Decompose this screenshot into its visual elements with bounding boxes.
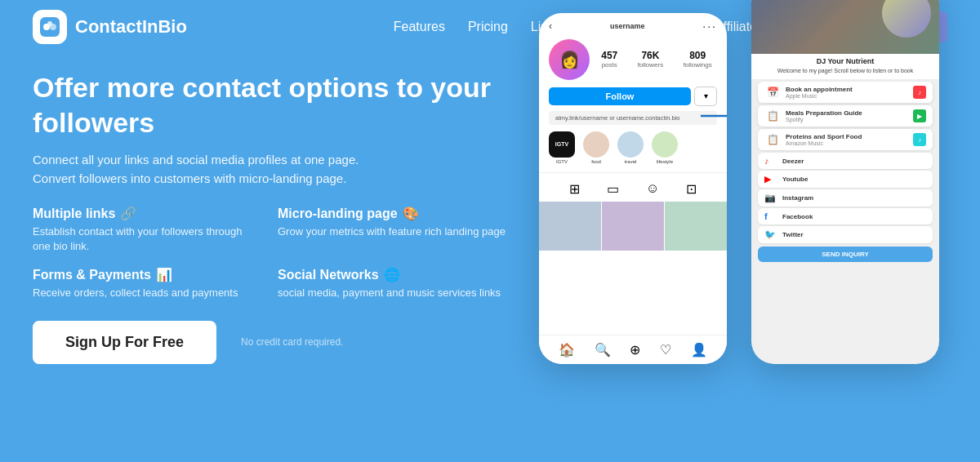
ig-profile-icon[interactable]: 👤 (691, 342, 707, 358)
hero-subtitle: Connect all your links and social media … (33, 151, 506, 188)
cib-phone-mockup: DJ Your Nutrient Welcome to my page! Scr… (751, 0, 939, 364)
ig-heart-icon[interactable]: ♡ (660, 342, 671, 358)
ig-dropdown-icon[interactable]: ▾ (694, 87, 717, 106)
instagram-icon: 📷 (764, 193, 777, 203)
person-view-icon[interactable]: ⊡ (686, 181, 697, 197)
tag-view-icon[interactable]: ☺ (646, 181, 659, 197)
feature-desc-social-networks: social media, payment and music services… (278, 286, 506, 300)
cib-instagram[interactable]: 📷 Instagram (758, 189, 933, 207)
ig-home-icon[interactable]: 🏠 (559, 342, 575, 358)
ig-profile-stats: 👩 457 posts 76K followers 809 followings (539, 36, 727, 83)
subtitle-line1: Connect all your links and social media … (33, 153, 359, 167)
food-circle (583, 131, 609, 158)
ig-bottom-nav: 🏠 🔍 ⊕ ♡ 👤 (539, 335, 727, 364)
feature-title-multiple-links: Multiple links 🔗 (33, 206, 261, 221)
ig-follow-button[interactable]: Follow (549, 87, 691, 105)
ig-lifestyle-highlight: lifestyle (652, 131, 678, 164)
facebook-name: Facebook (782, 213, 813, 220)
cib-page-title: DJ Your Nutrient (760, 57, 931, 65)
lifestyle-circle (652, 131, 678, 158)
ig-posts-label: posts (601, 61, 617, 69)
feature-title-social-networks: Social Networks 🌐 (278, 267, 506, 282)
ig-followings-stat: 809 followings (684, 50, 712, 69)
cib-facebook[interactable]: f Facebook (758, 208, 933, 224)
appointment-sub: Apple Music (786, 93, 908, 99)
ig-search-icon[interactable]: 🔍 (595, 342, 611, 358)
cib-link-text-1: Book an appointment Apple Music (786, 86, 908, 99)
cib-welcome-text: Welcome to my page! Scroll below to list… (760, 65, 931, 78)
feature-label-forms-payments: Forms & Payments (33, 268, 151, 282)
travel-label: travel (625, 159, 637, 164)
deezer-icon: ♪ (764, 156, 777, 166)
cib-link-meals[interactable]: 📋 Meals Preparation Guide Spotify ▶ (758, 105, 933, 127)
cta-area: Sign Up For Free No credit card required… (33, 321, 506, 364)
deezer-name: Deezer (782, 158, 804, 165)
ig-photo-grid (539, 202, 727, 251)
meals-main: Meals Preparation Guide (786, 109, 908, 117)
grid-view-icon[interactable]: ⊞ (569, 181, 580, 197)
ig-travel-highlight: travel (617, 131, 644, 164)
phone-mockups: ‹ username ··· 👩 457 posts 76K followers (523, 62, 947, 364)
feature-social-networks: Social Networks 🌐 social media, payment … (278, 267, 506, 300)
features-grid: Multiple links 🔗 Establish contact with … (33, 206, 506, 301)
ig-follow-row: Follow ▾ (539, 83, 727, 109)
back-chevron-icon: ‹ (549, 20, 552, 32)
proteins-sub: Amazon Music (786, 140, 908, 146)
photo-cell-3 (665, 202, 727, 251)
ig-divider (539, 172, 727, 173)
igtv-icon: IGTV (549, 131, 575, 158)
ig-grid-icons: ⊞ ▭ ☺ ⊡ (539, 176, 727, 202)
ig-posts-stat: 457 posts (601, 50, 617, 69)
send-inquiry-button[interactable]: SEND INQUIRY (758, 247, 933, 262)
link-icon: 🔗 (120, 206, 136, 221)
palette-icon: 🎨 (403, 206, 419, 221)
lifestyle-label: lifestyle (657, 159, 673, 164)
ig-posts-count: 457 (601, 50, 617, 61)
cib-youtube[interactable]: ▶ Youtube (758, 171, 933, 188)
youtube-name: Youtube (782, 175, 808, 183)
ig-more-icon: ··· (702, 20, 717, 33)
feature-desc-multiple-links: Establish contact with your followers th… (33, 224, 261, 254)
facebook-icon: f (764, 211, 777, 221)
ig-username: username (610, 22, 645, 30)
ig-followings-label: followings (684, 61, 712, 69)
cib-link-appointment[interactable]: 📅 Book an appointment Apple Music ♪ (758, 82, 933, 103)
hero-title: Offer more contact options to your follo… (33, 70, 506, 140)
list-view-icon[interactable]: ▭ (607, 181, 619, 197)
photo-cell-1 (539, 202, 601, 251)
ig-avatar: 👩 (549, 39, 590, 80)
ig-followers-stat: 76K followers (638, 50, 664, 69)
photo-cell-2 (602, 202, 664, 251)
ig-followers-label: followers (638, 61, 664, 69)
cib-link-text-2: Meals Preparation Guide Spotify (786, 109, 908, 122)
nav-pricing[interactable]: Pricing (468, 20, 508, 34)
ig-highlights: IGTV IGTV food travel lifestyle (539, 127, 727, 169)
cib-twitter[interactable]: 🐦 Twitter (758, 226, 933, 243)
cib-link-text-3: Proteins and Sport Food Amazon Music (786, 133, 908, 146)
feature-label-micro-landing: Micro-landing page (278, 207, 398, 221)
hero-left: Offer more contact options to your follo… (33, 62, 523, 364)
instagram-name: Instagram (782, 194, 813, 202)
feature-micro-landing: Micro-landing page 🎨 Grow your metrics w… (278, 206, 506, 254)
ig-bio-url-bar: almy.link/username or username.contactin… (549, 111, 717, 125)
signup-free-button[interactable]: Sign Up For Free (33, 321, 216, 364)
feature-multiple-links: Multiple links 🔗 Establish contact with … (33, 206, 261, 254)
feature-title-micro-landing: Micro-landing page 🎨 (278, 206, 506, 221)
nav-features[interactable]: Features (394, 20, 445, 34)
apple-music-logo: ♪ (913, 86, 926, 99)
feature-label-social-networks: Social Networks (278, 268, 379, 282)
ig-url-text: almy.link/username or username.contactin… (555, 114, 679, 122)
brand-name: ContactInBio (75, 16, 187, 38)
feature-desc-micro-landing: Grow your metrics with feature rich land… (278, 224, 506, 239)
meals-icon: 📋 (764, 110, 781, 122)
instagram-phone-mockup: ‹ username ··· 👩 457 posts 76K followers (539, 13, 727, 364)
logo-icon (33, 10, 67, 44)
feature-title-forms-payments: Forms & Payments 📊 (33, 267, 261, 282)
cib-link-proteins[interactable]: 📋 Proteins and Sport Food Amazon Music ♪ (758, 129, 933, 150)
ig-followings-count: 809 (684, 50, 712, 61)
subtitle-line2: Convert followers into customers with mi… (33, 171, 346, 185)
spotify-logo: ▶ (913, 109, 926, 122)
ig-add-icon[interactable]: ⊕ (630, 342, 640, 358)
cib-deezer[interactable]: ♪ Deezer (758, 153, 933, 169)
twitter-icon: 🐦 (764, 229, 777, 240)
